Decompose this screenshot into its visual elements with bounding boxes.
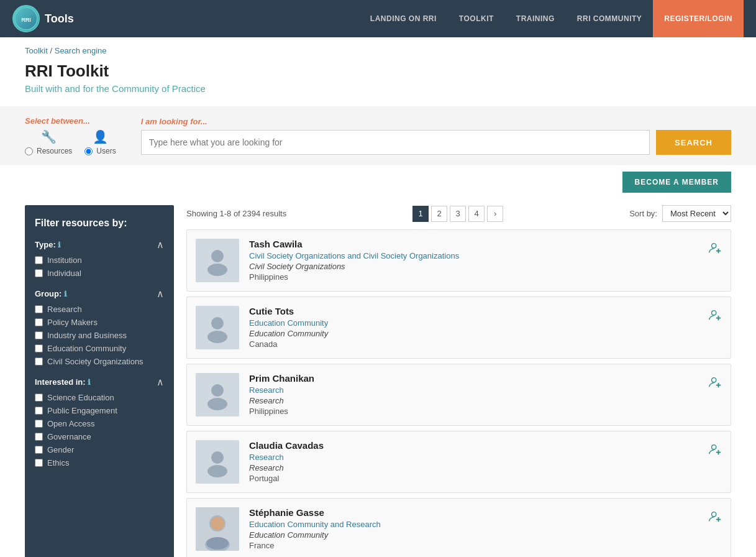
result-group-link[interactable]: Civil Society Organizations and Civil So…: [249, 251, 698, 260]
resources-radio-row: Resources: [25, 147, 72, 155]
filter-research[interactable]: Research: [35, 305, 164, 314]
breadcrumb-current[interactable]: Search engine: [55, 46, 107, 55]
sort-select[interactable]: Most Recent: [662, 205, 731, 222]
page-3[interactable]: 3: [450, 206, 466, 222]
institution-checkbox[interactable]: [35, 256, 43, 264]
result-group-link[interactable]: Research: [249, 453, 698, 462]
page-4[interactable]: 4: [468, 206, 485, 222]
users-option[interactable]: 👤 Users: [84, 129, 116, 155]
tools-icon: 🔧: [41, 129, 57, 144]
filter-gender[interactable]: Gender: [35, 445, 164, 454]
policy-makers-checkbox[interactable]: [35, 318, 43, 326]
group-info-icon[interactable]: ℹ: [64, 290, 67, 298]
result-group-link[interactable]: Education Community and Research: [249, 520, 698, 529]
filter-institution[interactable]: Institution: [35, 255, 164, 265]
result-info: Cutie Tots Education Community Education…: [249, 306, 698, 349]
filter-education[interactable]: Education Community: [35, 344, 164, 353]
nav-community[interactable]: RRI COMMUNITY: [566, 0, 654, 37]
search-input[interactable]: [141, 130, 650, 155]
type-filter-label: Type: ℹ: [35, 240, 61, 249]
avatar: [196, 239, 239, 282]
type-filter-toggle[interactable]: ∧: [157, 239, 164, 251]
open-access-checkbox[interactable]: [35, 420, 43, 428]
svg-point-26: [206, 537, 229, 550]
filter-public-engagement[interactable]: Public Engagement: [35, 406, 164, 415]
page-1[interactable]: 1: [412, 206, 429, 222]
add-user-button[interactable]: [708, 308, 722, 325]
resources-radio[interactable]: [25, 147, 33, 155]
governance-label: Governance: [47, 432, 91, 441]
ethics-checkbox[interactable]: [35, 459, 43, 467]
type-info-icon[interactable]: ℹ: [58, 241, 61, 249]
add-user-button[interactable]: [708, 510, 722, 527]
svg-point-13: [207, 398, 227, 410]
resources-label[interactable]: Resources: [37, 147, 72, 155]
gender-checkbox[interactable]: [35, 446, 43, 454]
search-button[interactable]: SEARCH: [656, 130, 731, 155]
result-action: [708, 507, 722, 527]
result-type: Education Community: [249, 530, 698, 540]
industry-checkbox[interactable]: [35, 331, 43, 339]
governance-checkbox[interactable]: [35, 433, 43, 441]
filter-governance[interactable]: Governance: [35, 432, 164, 441]
radio-group: 🔧 Resources 👤 Users: [25, 129, 116, 155]
filter-industry[interactable]: Industry and Business: [35, 331, 164, 340]
interested-info-icon[interactable]: ℹ: [88, 378, 91, 387]
civil-society-checkbox[interactable]: [35, 357, 43, 366]
users-label[interactable]: Users: [96, 147, 116, 155]
education-label: Education Community: [47, 344, 126, 353]
breadcrumb-root[interactable]: Toolkit: [25, 46, 48, 55]
result-type: Research: [249, 463, 698, 472]
interested-filter-header: Interested in: ℹ ∧: [35, 376, 164, 388]
resources-option[interactable]: 🔧 Resources: [25, 129, 72, 155]
group-filter-toggle[interactable]: ∧: [157, 288, 164, 300]
filter-ethics[interactable]: Ethics: [35, 458, 164, 467]
results-area: Showing 1-8 of 2394 results 1 2 3 4 › So…: [186, 205, 731, 557]
result-location: Philippines: [249, 407, 698, 416]
education-checkbox[interactable]: [35, 344, 43, 352]
svg-point-19: [712, 445, 716, 449]
filter-individual[interactable]: Individual: [35, 269, 164, 278]
result-action: [708, 239, 722, 258]
users-radio[interactable]: [84, 147, 93, 155]
svg-point-12: [211, 384, 224, 397]
svg-point-7: [211, 317, 224, 329]
top-right-area: BECOME A MEMBER: [0, 165, 756, 193]
result-info: Tash Cawila Civil Society Organizations …: [249, 239, 698, 282]
public-engagement-checkbox[interactable]: [35, 407, 43, 415]
nav-landing[interactable]: LANDING ON RRI: [359, 0, 448, 37]
result-group-link[interactable]: Education Community: [249, 318, 698, 328]
sidebar: Filter resources by: Type: ℹ ∧ Instituti…: [25, 205, 174, 557]
looking-for-section: I am looking for... SEARCH: [141, 117, 731, 155]
filter-policy-makers[interactable]: Policy Makers: [35, 318, 164, 327]
science-education-checkbox[interactable]: [35, 394, 43, 402]
interested-filter-toggle[interactable]: ∧: [157, 376, 164, 388]
page-next[interactable]: ›: [487, 206, 503, 222]
become-member-button[interactable]: BECOME A MEMBER: [622, 172, 731, 193]
result-group-link[interactable]: Research: [249, 385, 698, 395]
filter-open-access[interactable]: Open Access: [35, 419, 164, 428]
research-checkbox[interactable]: [35, 305, 43, 313]
result-card: Claudia Cavadas Research Research Portug…: [186, 431, 731, 493]
filter-science-education[interactable]: Science Education: [35, 393, 164, 402]
nav-menu: LANDING ON RRI TOOLKIT TRAINING RRI COMM…: [359, 0, 744, 37]
interested-filter-section: Interested in: ℹ ∧ Science Education Pub…: [35, 376, 164, 467]
add-user-button[interactable]: [708, 241, 722, 258]
filter-civil-society[interactable]: Civil Society Organizations: [35, 357, 164, 366]
group-filter-header: Group: ℹ ∧: [35, 288, 164, 300]
add-user-button[interactable]: [708, 443, 722, 459]
interested-filter-label: Interested in: ℹ: [35, 377, 91, 387]
avatar: [196, 373, 239, 417]
svg-point-3: [207, 264, 227, 276]
nav-register[interactable]: REGISTER/LOGIN: [653, 0, 744, 37]
nav-toolkit[interactable]: TOOLKIT: [448, 0, 505, 37]
individual-checkbox[interactable]: [35, 269, 43, 277]
avatar: [196, 306, 239, 349]
pagination: 1 2 3 4 ›: [412, 206, 503, 222]
page-2[interactable]: 2: [431, 206, 447, 222]
nav-training[interactable]: TRAINING: [505, 0, 566, 37]
result-action: [708, 373, 722, 392]
add-user-button[interactable]: [708, 375, 722, 392]
sort-area: Sort by: Most Recent: [629, 205, 731, 222]
open-access-label: Open Access: [47, 419, 95, 428]
